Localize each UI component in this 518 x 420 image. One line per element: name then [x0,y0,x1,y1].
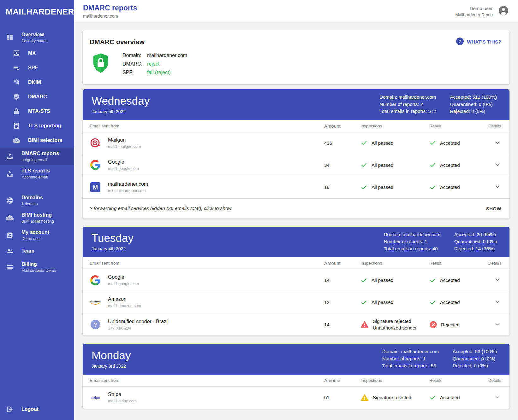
stat-line: Number of reports: 1 [384,238,440,245]
sidebar-item-dkim[interactable]: DKIM [0,75,74,90]
details-toggle[interactable] [493,275,502,285]
details-toggle[interactable] [493,393,502,402]
check-icon [429,394,436,401]
details-toggle[interactable] [493,297,502,307]
report-row[interactable]: M mailhardener.com mx.mailhardener.com 1… [83,176,509,198]
clipboard-icon [12,122,21,130]
hidden-services-row[interactable]: 2 forwarding email services hidden (26 e… [83,198,509,219]
day-name: Wednesday [92,95,150,107]
sidebar-item-dmarc[interactable]: DMARC [0,90,74,104]
stat-line: Quarantined: 0 (0%) [450,101,497,108]
details-toggle[interactable] [493,138,502,148]
inspection-lines: All passed [372,299,393,306]
sidebar-item-label: BIMI selectors [28,137,62,143]
report-row[interactable]: Mailgun mail1.mailgun.com 436 All passed… [83,132,509,154]
col-header-details: Details [482,124,502,128]
check-icon [429,299,436,306]
inspection-text: Unauthorized sender [373,324,417,331]
sidebar-item-sublabel: incoming email [21,175,50,179]
sidebar-item-billing[interactable]: Billing Mailhardener Demo [0,258,74,276]
overview-row: SPF:fail (reject) [122,68,187,77]
sidebar-item-tls-reports[interactable]: TLS reports incoming email [0,165,74,182]
sidebar-item-mx[interactable]: MX [0,46,74,61]
sidebar-item-spf[interactable]: SPF [0,61,74,75]
mailgun-logo [90,137,101,148]
overview-row-label: DMARC: [122,60,147,68]
day-card-wednesday: Wednesday January 5th 2022 Domain: mailh… [83,89,509,219]
sender-domain: mail1.amazon.com [108,304,141,308]
sidebar-item-overview[interactable]: Overview Security status [0,29,74,46]
logout-label: Logout [21,406,39,412]
sidebar-item-label: Overview [21,32,47,38]
amount-value: 14 [324,322,360,327]
sidebar-item-my-account[interactable]: My account Demo user [0,226,74,244]
sidebar-item-sublabel: BIMI asset hosting [21,219,54,224]
day-name: Tuesday [92,232,134,244]
overview-row-label: SPF: [122,68,147,77]
details-toggle[interactable] [493,182,502,192]
stat-line: Total emails in reports: 53 [382,362,439,370]
report-table: Email sent from Amount Inspections Resul… [83,257,509,335]
svg-text:?: ? [94,322,97,328]
day-card-monday: Monday January 3rd 2022 Domain: mailhard… [83,344,509,409]
details-toggle[interactable] [493,320,502,330]
sidebar-item-bimi-hosting[interactable]: BIMI hosting BIMI asset hosting [0,209,74,226]
download-tray-icon [6,170,14,178]
check-icon [360,184,367,191]
sidebar-item-label: MX [28,50,36,56]
sidebar-item-bimi-selectors[interactable]: BIMI selectors [0,133,74,148]
details-toggle[interactable] [493,160,502,170]
whats-this-label: WHAT'S THIS? [467,39,501,44]
amount-value: 51 [324,395,360,400]
check-icon [429,161,436,168]
stat-line: Rejected: 0 (0%) [453,362,497,370]
user-menu[interactable]: Demo user Mailhardener Demo [455,5,509,18]
stat-line: Domain: mailhardener.com [382,348,439,355]
google-logo [90,160,101,170]
day-stats: Domain: mailhardener.comNumber of report… [379,94,501,115]
sidebar-item-dmarc-reports[interactable]: DMARC reports outgoing email [0,148,74,165]
sender-domain: mx.mailhardener.com [108,189,148,193]
sidebar-item-team[interactable]: Team [0,244,74,258]
sidebar-item-domains[interactable]: Domains 1 domain [0,192,74,209]
sidebar-item-label: DKIM [28,79,41,85]
logout-button[interactable]: Logout [0,401,74,420]
sidebar-item-label: Team [21,248,34,254]
top-bar: DMARC reports mailhardener.com Demo user… [74,0,518,23]
report-row[interactable]: Google mail1.google.com 34 All passed Ac… [83,154,509,176]
report-table: Email sent from Amount Inspections Resul… [83,120,509,219]
stat-line: Quarantined: 0 (0%) [453,355,497,363]
amazon-logo: amazon [90,299,101,306]
chevron-down-icon [494,276,501,284]
dmarc-overview-card: DMARC overview ? WHAT'S THIS? Domain:mai… [83,30,509,84]
report-row[interactable]: amazon Amazon mail1.amazon.com 12 All pa… [83,291,509,313]
sender-name: Amazon [108,296,141,302]
report-table: Email sent from Amount Inspections Resul… [83,375,509,409]
shield-lock-icon [92,53,110,75]
content-area: DMARC overview ? WHAT'S THIS? Domain:mai… [74,23,518,420]
sidebar-item-tls-reporting[interactable]: TLS reporting [0,119,74,133]
sidebar-item-mta-sts[interactable]: MTA-STS [0,104,74,119]
report-row[interactable]: stripe Stripe mail1.stripe.com 51 Signat… [83,387,509,409]
sender-domain: 177.0.86.234 [108,326,169,330]
report-row[interactable]: Google mail1.google.com 14 All passed Ac… [83,269,509,291]
day-card-tuesday: Tuesday January 4th 2022 Domain: mailhar… [83,227,509,336]
result-text: Accepted [440,184,460,190]
sidebar-item-label: DMARC reports [21,150,59,157]
shield-check-icon [12,93,21,101]
day-list: Wednesday January 5th 2022 Domain: mailh… [83,89,509,409]
sender-domain: mail1.mailgun.com [108,144,141,149]
stat-line: Accepted: 26 (65%) [454,231,497,238]
avatar-icon[interactable] [498,5,509,18]
show-hidden-button[interactable]: SHOW [485,204,502,213]
overview-row-value: fail (reject) [147,68,171,77]
table-header-row: Email sent from Amount Inspections Resul… [83,120,509,132]
whats-this-link[interactable]: ? WHAT'S THIS? [456,37,501,46]
cloud-check-icon [6,214,14,222]
sidebar-item-sublabel: Demo user [21,236,49,241]
sender-domain: mail1.google.com [108,282,139,286]
report-row[interactable]: ? Unidentified sender - Brazil 177.0.86.… [83,313,509,335]
sender-name: mailhardener.com [108,181,148,187]
unknown-sender-logo: ? [90,319,101,330]
amount-value: 34 [324,162,360,168]
